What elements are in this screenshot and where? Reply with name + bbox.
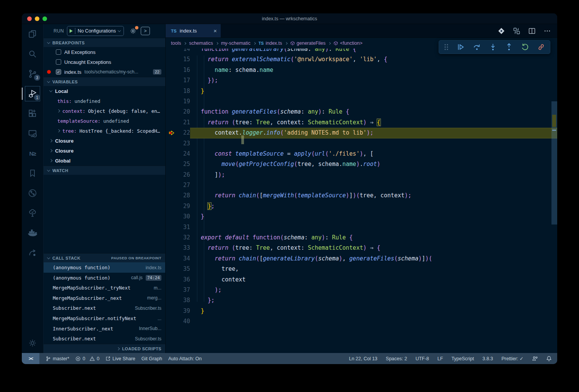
code-text[interactable]: context (190, 275, 557, 285)
code-line[interactable]: 22 context.logger.info('adding NOTES.md … (166, 128, 557, 138)
code-line[interactable]: 26 ]); (166, 170, 557, 180)
docker-icon[interactable] (22, 223, 43, 243)
settings-gear-icon[interactable] (22, 333, 43, 353)
code-text[interactable]: }; (190, 201, 557, 211)
code-line[interactable]: 28 return chain([mergeWith(templateSourc… (166, 190, 557, 201)
breakpoint-gutter[interactable] (166, 107, 177, 117)
breakpoint-gutter[interactable] (166, 295, 177, 306)
breakpoint-gutter[interactable] (166, 54, 177, 65)
code-text[interactable]: move(getProjectConfig(tree, schema.name)… (190, 159, 557, 169)
breadcrumb-item[interactable]: tools (171, 41, 181, 46)
code-line[interactable]: 25 move(getProjectConfig(tree, schema.na… (166, 159, 557, 169)
live-share-status[interactable]: Live Share (106, 356, 135, 361)
call-stack-frame[interactable]: (anonymous function)index.ts (44, 262, 165, 273)
variables-scope-row[interactable]: Global (44, 156, 165, 166)
breakpoint-gutter[interactable] (166, 96, 177, 107)
code-text[interactable]: return externalSchematic('@nrwl/workspac… (190, 54, 557, 65)
variable-row[interactable]: templateSource:undefined (44, 116, 165, 126)
step-out-icon[interactable] (505, 43, 513, 51)
code-line[interactable]: 39} (166, 306, 557, 316)
call-stack-frame[interactable]: (anonymous function)call.js74:24 (44, 273, 165, 283)
call-stack-frame[interactable]: InnerSubscriber._nextInnerSub... (44, 324, 165, 334)
debug-configuration-dropdown[interactable]: No Configurations (67, 26, 124, 36)
code-text[interactable]: return chain([generateLibrary(schema), g… (190, 254, 557, 264)
call-stack-frame[interactable]: MergeMapSubscriber._nextmerg... (44, 293, 165, 303)
code-line[interactable]: 16 name: schema.name (166, 65, 557, 75)
test-explorer-icon[interactable] (22, 203, 43, 223)
code-viewport[interactable]: 14function generateLibrary(schema: any):… (166, 49, 557, 353)
breakpoint-gutter[interactable] (166, 149, 177, 159)
breakpoint-gutter[interactable] (166, 180, 177, 190)
live-share-icon[interactable] (22, 243, 43, 263)
code-line[interactable]: 21 return (tree: Tree, context: Schemati… (166, 117, 557, 128)
code-line[interactable]: 24 const templateSource = apply(url('./f… (166, 149, 557, 159)
status-item[interactable]: TypeScript (451, 356, 474, 361)
breakpoint-gutter[interactable] (166, 316, 177, 327)
variable-row[interactable]: this:undefined (44, 96, 165, 106)
code-line[interactable]: 37 ); (166, 285, 557, 295)
breakpoints-section-header[interactable]: BREAKPOINTS (44, 38, 165, 47)
drag-handle-icon[interactable] (444, 44, 449, 50)
tab-index-ts[interactable]: TS index.ts × (166, 24, 221, 37)
breakpoint-gutter[interactable] (166, 117, 177, 128)
explorer-icon[interactable] (22, 24, 43, 44)
breakpoint-row[interactable]: All Exceptions (44, 47, 165, 57)
bookmarks-icon[interactable] (22, 163, 43, 183)
breakpoint-gutter[interactable] (166, 275, 177, 285)
code-line[interactable]: 17 }); (166, 75, 557, 86)
code-line[interactable]: 33 return (tree: Tree, context: Schemati… (166, 243, 557, 253)
call-stack-frame[interactable]: MergeMapSubscriber._tryNextm... (44, 283, 165, 293)
step-over-icon[interactable] (473, 43, 481, 51)
step-into-icon[interactable] (489, 43, 497, 51)
breakpoint-row[interactable]: Uncaught Exceptions (44, 57, 165, 67)
code-text[interactable]: return (tree: Tree, context: SchematicCo… (190, 243, 557, 253)
continue-icon[interactable] (457, 43, 465, 51)
code-line[interactable]: 23 (166, 138, 557, 149)
status-item[interactable]: LF (438, 356, 443, 361)
call-stack-frame[interactable]: Subscriber.nextSubscriber.ts (44, 303, 165, 314)
breakpoint-gutter[interactable] (166, 49, 177, 54)
run-and-debug-icon[interactable]: 1 (22, 84, 43, 104)
restart-icon[interactable] (521, 43, 529, 51)
code-line[interactable]: 18} (166, 86, 557, 96)
remote-explorer-icon[interactable] (22, 124, 43, 143)
code-text[interactable]: return chain([mergeWith(templateSource)]… (190, 190, 557, 201)
compare-changes-icon[interactable] (513, 27, 520, 35)
code-text[interactable] (190, 316, 557, 327)
breakpoint-gutter[interactable] (166, 306, 177, 316)
bell-icon[interactable] (546, 356, 552, 361)
code-text[interactable]: const templateSource = apply(url('./file… (190, 149, 557, 159)
code-text[interactable]: } (190, 86, 557, 96)
breakpoint-gutter[interactable] (166, 211, 177, 222)
breakpoint-gutter[interactable] (166, 65, 177, 75)
breakpoint-checkbox[interactable] (56, 49, 61, 55)
variable-row[interactable]: context:Object {debug: false, en… (44, 106, 165, 116)
extensions-icon[interactable] (22, 104, 43, 124)
breakpoint-gutter[interactable] (166, 86, 177, 96)
status-item[interactable]: Spaces: 2 (386, 356, 407, 361)
code-text[interactable]: tree, (190, 264, 557, 274)
problems-status[interactable]: 0 0 (75, 356, 99, 361)
auto-attach-status[interactable]: Auto Attach: On (168, 356, 202, 361)
feedback-icon[interactable] (532, 356, 538, 361)
code-text[interactable]: } (190, 306, 557, 316)
variables-scope-row[interactable]: Local (44, 86, 165, 96)
code-text[interactable]: ]); (190, 170, 557, 180)
breadcrumb-item[interactable]: <function> (333, 41, 362, 46)
title-bar[interactable]: index.ts — wrkschematics (22, 13, 557, 24)
code-text[interactable]: ); (190, 285, 557, 295)
search-icon[interactable] (22, 44, 43, 64)
code-text[interactable]: export default function(schema: any): Ru… (190, 233, 557, 243)
open-debug-console-button[interactable]: > (141, 27, 150, 35)
breakpoint-gutter[interactable] (166, 243, 177, 253)
code-line[interactable]: 19 (166, 96, 557, 107)
code-text[interactable] (190, 180, 557, 190)
git-graph-status[interactable]: Git Graph (141, 356, 162, 361)
code-line[interactable]: 36 context (166, 275, 557, 285)
breakpoint-gutter[interactable] (166, 190, 177, 201)
breakpoint-gutter[interactable] (166, 159, 177, 169)
breakpoint-gutter[interactable] (166, 264, 177, 274)
code-line[interactable]: 29 }; (166, 201, 557, 211)
breakpoint-gutter[interactable] (166, 170, 177, 180)
code-text[interactable] (190, 96, 557, 107)
